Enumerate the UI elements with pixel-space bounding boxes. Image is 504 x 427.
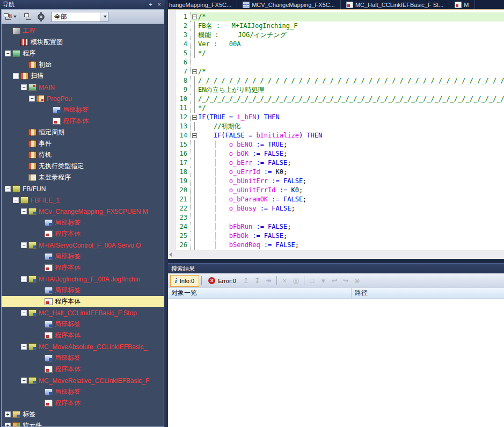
tree-item[interactable]: 事件 (2, 138, 164, 149)
tree-item[interactable]: −MC_MoveRelative_CCLinkIEFBasic_F (2, 375, 164, 386)
abort-search-icon[interactable]: ⊗ (352, 277, 363, 285)
code-line[interactable]: 20 │ o_uUnitErrId := K0; (176, 186, 504, 195)
clear-results-icon[interactable]: × (279, 277, 290, 285)
tree-expander-minus-icon[interactable]: − (21, 276, 27, 282)
tree-expander-minus-icon[interactable]: − (21, 84, 27, 90)
jump-next-icon[interactable]: ↠ (263, 277, 274, 285)
tree-item[interactable]: −M+IAIServoControl_F_00A Servo O (2, 240, 164, 251)
editor-tab[interactable]: MC_Halt_CCLinkIEFBasic_F St... (341, 0, 449, 9)
code-line[interactable]: 12IF(TRUE = i_bEN) THEN (176, 113, 504, 122)
code-line[interactable]: 3機能 : JOG/インチング (176, 31, 504, 40)
code-line[interactable]: 1/* (176, 12, 504, 21)
tree-item[interactable]: 工程 (2, 25, 164, 37)
code-line[interactable]: 2FB名 : M+IAIJogInching_F (176, 21, 504, 31)
fold-collapse-icon[interactable] (192, 69, 197, 74)
tree-item[interactable]: −ProgPou (2, 93, 164, 104)
pin-icon[interactable]: + (147, 1, 154, 8)
find-in-results-icon[interactable]: ◎ (290, 277, 302, 285)
tree-item[interactable]: 程序本体 (2, 296, 164, 307)
code-line[interactable]: 11*/ (176, 104, 504, 113)
jump-previous-icon[interactable]: ↧ (252, 277, 263, 285)
tree-item[interactable]: −FB/FUN (2, 183, 164, 194)
tree-item[interactable]: 局部标签 (2, 251, 164, 262)
expand-tree-button[interactable]: ⇅ (4, 11, 17, 23)
code-line[interactable]: 17 │ o_bErr := FALSE; (176, 158, 504, 168)
tree-expander-plus-icon[interactable]: + (5, 411, 11, 417)
tree-item[interactable]: 程序本体 (2, 330, 164, 341)
code-line[interactable]: 7/* (176, 67, 504, 76)
tree-item[interactable]: 程序本体 (2, 262, 164, 273)
tree-item[interactable]: 程序本体 (2, 364, 164, 375)
info-filter-button[interactable]: i Info:0 (170, 275, 199, 287)
tree-item[interactable]: −程序 (2, 48, 164, 59)
code-line[interactable]: 4Ver : 00A (176, 40, 504, 49)
code-line[interactable]: 16 │ o_bOK := FALSE; (176, 149, 504, 158)
dropdown-button[interactable] (100, 12, 108, 21)
tree-item[interactable]: 局部标签 (2, 352, 164, 364)
tree-item[interactable]: 待机 (2, 149, 164, 161)
tree-item[interactable]: +软元件 (2, 420, 164, 426)
tree-expander-minus-icon[interactable]: − (13, 73, 19, 79)
tree-expander-minus-icon[interactable]: − (21, 208, 27, 214)
window-mode-caret-icon[interactable]: ▾ (318, 277, 329, 285)
code-line[interactable]: 23 │ (176, 213, 504, 222)
tree-expander-minus-icon[interactable]: − (21, 242, 27, 248)
tree-expander-minus-icon[interactable]: − (21, 378, 27, 383)
column-header-object-list[interactable]: 对象一览 (168, 288, 352, 298)
jump-first-icon[interactable]: ↥ (240, 277, 252, 285)
tree-item[interactable]: −MC_Halt_CCLinkIEFBasic_F Stop (2, 307, 164, 319)
scroll-left-icon[interactable] (169, 252, 172, 257)
tree-item[interactable]: 程序本体 (2, 228, 164, 240)
code-line[interactable]: 13 //初期化 (176, 122, 504, 131)
tree-item[interactable]: −扫描 (2, 70, 164, 82)
code-line[interactable]: 25 │ bFbOk := FALSE; (176, 231, 504, 241)
tree-expander-minus-icon[interactable]: − (5, 186, 11, 192)
tree-item[interactable]: 恒定周期 (2, 127, 164, 138)
tree-item[interactable]: 局部标签 (2, 104, 164, 115)
tree-expander-plus-icon[interactable]: + (5, 423, 11, 426)
code-line[interactable]: 9ENの立ち上がり時処理 (176, 85, 504, 95)
tree-filter-dropdown[interactable]: 全部 (52, 12, 108, 22)
tree-item[interactable]: 初始 (2, 59, 164, 70)
code-line[interactable]: 6 (176, 58, 504, 67)
horizontal-scrollbar[interactable] (168, 250, 504, 259)
tree-item[interactable]: 局部标签 (2, 285, 164, 296)
tree-item[interactable]: 程序本体 (2, 397, 164, 409)
code-line[interactable]: 5*/ (176, 49, 504, 58)
code-line[interactable]: 14 IF(FALSE = bInitialize) THEN (176, 131, 504, 140)
error-filter-button[interactable]: × Error:0 (204, 275, 240, 287)
code-line[interactable]: 8/_/_/_/_/_/_/_/_/_/_/_/_/_/_/_/_/_/_/_/… (176, 76, 504, 85)
fold-collapse-icon[interactable] (192, 115, 197, 120)
editor-tab[interactable]: hangeMapping_FX5C... (168, 0, 237, 9)
collapse-tree-button[interactable] (21, 11, 34, 23)
tree-item[interactable]: 未登录程序 (2, 172, 164, 183)
tree-item[interactable]: 模块配置图 (2, 37, 164, 48)
window-mode-icon[interactable]: □ (306, 277, 318, 285)
fold-collapse-icon[interactable] (192, 15, 197, 19)
panel-splitter[interactable] (168, 259, 504, 263)
tree-item[interactable]: −MCv_ChangeMapping_FX5CPUEN M (2, 206, 164, 217)
code-line[interactable]: 26 │ bSendReq := FALSE; (176, 241, 504, 250)
tree-item[interactable]: 局部标签 (2, 386, 164, 397)
tree-item[interactable]: −FBFILE_1 (2, 194, 164, 206)
tree-item[interactable]: 程序本体 (2, 115, 164, 127)
column-header-path[interactable]: 路径 (352, 288, 504, 298)
tree-item[interactable]: +标签 (2, 409, 164, 420)
tree-item[interactable]: 无执行类型指定 (2, 161, 164, 172)
editor-tab[interactable]: MCV_ChangeMapping_FX5C... (237, 0, 341, 9)
code-line[interactable]: 24 │ bFbRun := FALSE; (176, 222, 504, 231)
code-line[interactable]: 10/_/_/_/_/_/_/_/_/_/_/_/_/_/_/_/_/_/_/_… (176, 95, 504, 104)
fold-collapse-icon[interactable] (192, 133, 197, 138)
close-icon[interactable]: × (156, 1, 163, 8)
tree-item[interactable]: −MAIN (2, 82, 164, 93)
tree-item[interactable]: −M+IAIJogInching_F_00A Jog/Inchin (2, 273, 164, 285)
code-editor[interactable]: 1/*2FB名 : M+IAIJogInching_F3機能 : JOG/インチ… (168, 10, 504, 250)
jump-back-icon[interactable]: ↩ (329, 277, 340, 285)
tree-expander-minus-icon[interactable]: − (21, 310, 27, 316)
tree-item[interactable]: −MC_MoveAbsolute_CCLinkIEFBasic_ (2, 341, 164, 352)
jump-forward-icon[interactable]: ↪ (340, 277, 352, 285)
settings-button[interactable] (34, 11, 47, 23)
tree-item[interactable]: 局部标签 (2, 319, 164, 330)
tree-item[interactable]: 局部标签 (2, 217, 164, 228)
tree-expander-minus-icon[interactable]: − (13, 197, 19, 203)
